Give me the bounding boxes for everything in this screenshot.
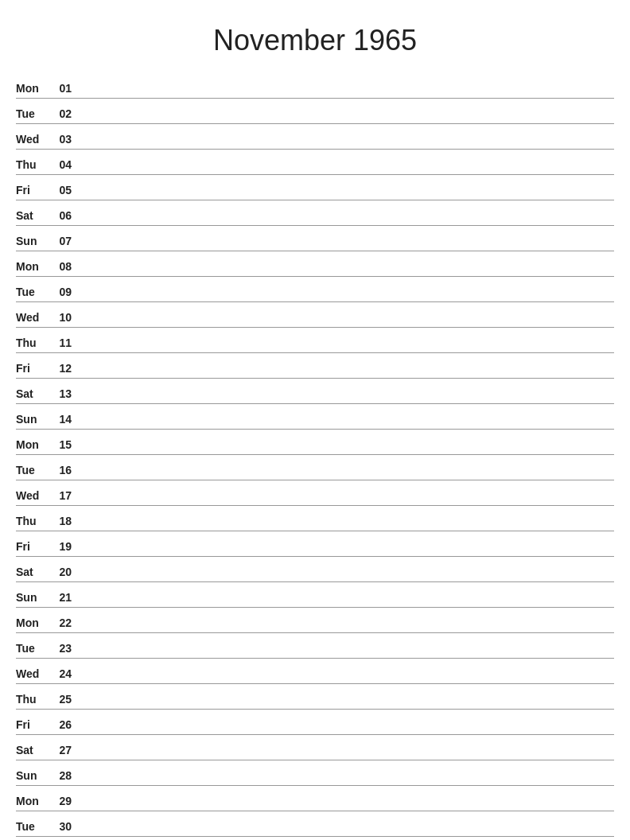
day-number: 13 — [48, 387, 72, 402]
calendar-row: Thu11 — [16, 328, 614, 353]
day-name: Sun — [16, 769, 48, 784]
day-name: Wed — [16, 489, 48, 504]
calendar-row: Wed24 — [16, 659, 614, 684]
day-number: 26 — [48, 718, 72, 733]
day-name: Wed — [16, 667, 48, 682]
day-name: Fri — [16, 540, 48, 554]
day-number: 14 — [48, 413, 72, 427]
day-name: Fri — [16, 184, 48, 198]
day-name: Mon — [16, 260, 48, 274]
page-title: November 1965 — [16, 24, 614, 57]
day-number: 11 — [48, 336, 72, 351]
day-name: Tue — [16, 107, 48, 122]
day-number: 06 — [48, 209, 72, 224]
day-number: 12 — [48, 362, 72, 376]
day-name: Wed — [16, 133, 48, 147]
calendar-row: Tue23 — [16, 633, 614, 659]
day-number: 29 — [48, 795, 72, 809]
calendar-row: Tue16 — [16, 455, 614, 480]
calendar-row: Fri26 — [16, 710, 614, 735]
day-name: Fri — [16, 718, 48, 733]
calendar-row: Thu18 — [16, 506, 614, 531]
calendar-row: Sat06 — [16, 200, 614, 226]
day-name: Mon — [16, 82, 48, 96]
day-name: Mon — [16, 438, 48, 453]
calendar-row: Sun28 — [16, 760, 614, 786]
calendar-row: Tue09 — [16, 277, 614, 302]
calendar-row: Sat13 — [16, 379, 614, 404]
calendar-row: Fri12 — [16, 353, 614, 379]
day-number: 04 — [48, 158, 72, 173]
calendar-row: Sun21 — [16, 582, 614, 608]
day-name: Sat — [16, 209, 48, 224]
day-number: 23 — [48, 642, 72, 656]
day-number: 28 — [48, 769, 72, 784]
calendar-row: Sun14 — [16, 404, 614, 430]
day-name: Thu — [16, 336, 48, 351]
day-number: 22 — [48, 616, 72, 631]
calendar-row: Tue02 — [16, 99, 614, 124]
day-number: 25 — [48, 693, 72, 707]
calendar-row: Thu04 — [16, 150, 614, 175]
calendar-row: Thu25 — [16, 684, 614, 710]
calendar-row: Wed10 — [16, 302, 614, 328]
calendar-row: Fri19 — [16, 531, 614, 557]
day-name: Thu — [16, 515, 48, 529]
day-number: 24 — [48, 667, 72, 682]
day-number: 27 — [48, 744, 72, 758]
calendar-row: Wed03 — [16, 124, 614, 150]
day-number: 08 — [48, 260, 72, 274]
day-name: Sun — [16, 413, 48, 427]
day-number: 17 — [48, 489, 72, 504]
day-name: Tue — [16, 464, 48, 478]
day-name: Tue — [16, 642, 48, 656]
calendar-row: Mon29 — [16, 786, 614, 811]
day-number: 01 — [48, 82, 72, 96]
day-number: 16 — [48, 464, 72, 478]
day-name: Thu — [16, 158, 48, 173]
calendar-row: Mon22 — [16, 608, 614, 633]
calendar-row: Fri05 — [16, 175, 614, 200]
day-name: Sun — [16, 235, 48, 249]
day-number: 07 — [48, 235, 72, 249]
day-name: Mon — [16, 795, 48, 809]
calendar-row: Wed17 — [16, 480, 614, 506]
day-number: 10 — [48, 311, 72, 325]
calendar-grid: Mon01Tue02Wed03Thu04Fri05Sat06Sun07Mon08… — [16, 73, 614, 837]
calendar-row: Sat20 — [16, 557, 614, 582]
day-name: Tue — [16, 286, 48, 300]
day-number: 30 — [48, 820, 72, 834]
calendar-row: Mon08 — [16, 251, 614, 277]
day-name: Mon — [16, 616, 48, 631]
day-number: 18 — [48, 515, 72, 529]
day-name: Sat — [16, 387, 48, 402]
calendar-row: Mon01 — [16, 73, 614, 99]
calendar-row: Sun07 — [16, 226, 614, 251]
day-number: 15 — [48, 438, 72, 453]
day-name: Sun — [16, 591, 48, 605]
calendar-row: Tue30 — [16, 811, 614, 837]
day-name: Wed — [16, 311, 48, 325]
day-number: 03 — [48, 133, 72, 147]
calendar-row: Sat27 — [16, 735, 614, 760]
day-name: Fri — [16, 362, 48, 376]
day-name: Sat — [16, 744, 48, 758]
day-number: 02 — [48, 107, 72, 122]
day-number: 21 — [48, 591, 72, 605]
calendar-row: Mon15 — [16, 430, 614, 455]
day-number: 19 — [48, 540, 72, 554]
day-name: Thu — [16, 693, 48, 707]
day-number: 09 — [48, 286, 72, 300]
day-name: Tue — [16, 820, 48, 834]
day-name: Sat — [16, 566, 48, 580]
day-number: 05 — [48, 184, 72, 198]
day-number: 20 — [48, 566, 72, 580]
